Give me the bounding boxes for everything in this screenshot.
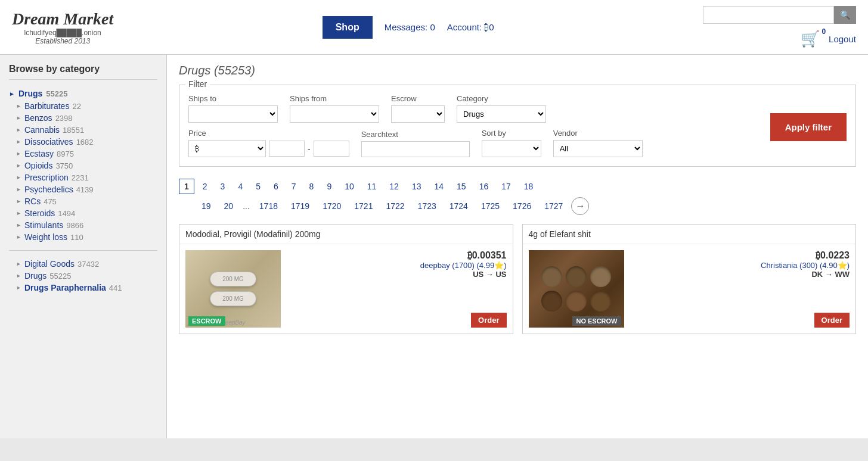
sub-label: Weight loss <box>24 232 67 242</box>
page-link-1724[interactable]: 1724 <box>445 199 473 213</box>
sort-by-select[interactable] <box>482 140 541 157</box>
page-link-10[interactable]: 10 <box>340 179 359 194</box>
category-group: Category Drugs <box>457 94 546 123</box>
page-link-4[interactable]: 4 <box>233 179 247 194</box>
page-link-18[interactable]: 18 <box>519 179 538 194</box>
page-link-1722[interactable]: 1722 <box>381 199 409 213</box>
sub-bullet: ► <box>16 115 21 121</box>
sub-count: 9866 <box>66 221 83 230</box>
price-separator: - <box>308 144 311 154</box>
search-input[interactable] <box>703 6 834 24</box>
bottom-count: 55225 <box>49 272 71 281</box>
sub-label: Prescription <box>24 173 69 182</box>
sidebar-item-barbiturates[interactable]: ► Barbiturates 22 <box>9 100 157 112</box>
product-price: ₿0.0223 <box>630 250 850 261</box>
ships-to-select[interactable] <box>188 105 278 123</box>
sidebar-item-rcs[interactable]: ► RCs 475 <box>9 195 157 207</box>
sub-label: Ecstasy <box>24 149 54 158</box>
shop-button[interactable]: Shop <box>323 16 373 39</box>
page-link-5[interactable]: 5 <box>251 179 265 194</box>
page-link-15[interactable]: 15 <box>452 179 471 194</box>
price-min-input[interactable] <box>269 141 305 157</box>
pagination-row1: 123456789101112131415161718 <box>179 179 856 194</box>
bottom-bullet: ► <box>16 273 21 279</box>
page-link-1719[interactable]: 1719 <box>286 199 314 213</box>
bottom-bullet: ► <box>16 285 21 291</box>
sidebar-bottom-item-1[interactable]: ► Drugs 55225 <box>9 270 157 282</box>
apply-filter-button[interactable]: Apply filter <box>770 113 847 141</box>
order-button[interactable]: Order <box>471 313 506 328</box>
sort-by-label: Sort by <box>482 129 541 138</box>
ships-from-select[interactable] <box>290 105 379 123</box>
page-link-1720[interactable]: 1720 <box>318 199 346 213</box>
sub-label: Benzos <box>24 113 52 123</box>
cart-logout-area: 🛒 0 Logout <box>801 30 856 48</box>
ships-from-label: Ships from <box>290 94 379 103</box>
sub-bullet: ► <box>16 151 21 157</box>
sub-bullet: ► <box>16 222 21 228</box>
searchtext-label: Searchtext <box>361 130 470 139</box>
sidebar-item-steroids[interactable]: ► Steroids 1494 <box>9 207 157 219</box>
sub-bullet: ► <box>16 127 21 133</box>
sub-bullet: ► <box>16 234 21 240</box>
sidebar-item-psychedelics[interactable]: ► Psychedelics 4139 <box>9 183 157 195</box>
sidebar-item-prescription[interactable]: ► Prescription 2231 <box>9 172 157 183</box>
page-link-11[interactable]: 11 <box>362 179 382 194</box>
bottom-label: Drugs Paraphernalia <box>24 283 106 292</box>
sidebar-item-dissociatives[interactable]: ► Dissociatives 1682 <box>9 136 157 148</box>
page-link-12[interactable]: 12 <box>385 179 404 194</box>
category-select[interactable]: Drugs <box>457 105 546 123</box>
logo-title: Dream Market <box>12 10 113 29</box>
filter-box: Filter Ships to Ships from <box>179 85 856 167</box>
page-link-1721[interactable]: 1721 <box>349 199 377 213</box>
order-button[interactable]: Order <box>814 313 850 328</box>
price-currency-select[interactable]: ₿ <box>188 140 266 157</box>
page-link-9[interactable]: 9 <box>322 179 336 194</box>
price-inputs: ₿ - <box>188 140 349 157</box>
page-link-20[interactable]: 20 <box>219 199 238 213</box>
page-link-17[interactable]: 17 <box>497 179 516 194</box>
sidebar-item-stimulants[interactable]: ► Stimulants 9866 <box>9 219 157 231</box>
sidebar-item-cannabis[interactable]: ► Cannabis 18551 <box>9 124 157 136</box>
page-link-1723[interactable]: 1723 <box>413 199 441 213</box>
page-link-8[interactable]: 8 <box>305 179 319 194</box>
price-max-input[interactable] <box>314 141 349 157</box>
pagination-next-arrow[interactable]: → <box>571 197 589 215</box>
sidebar-item-weight-loss[interactable]: ► Weight loss 110 <box>9 231 157 243</box>
page-link-7[interactable]: 7 <box>287 179 301 194</box>
account-link[interactable]: Account: ₿0 <box>447 22 494 32</box>
filter-row1: Ships to Ships from Escrow <box>188 94 758 123</box>
page-link-14[interactable]: 14 <box>429 179 448 194</box>
sub-count: 110 <box>70 233 83 242</box>
page-link-1718[interactable]: 1718 <box>255 199 283 213</box>
page-link-1726[interactable]: 1726 <box>508 199 536 213</box>
sidebar-bottom-item-2[interactable]: ► Drugs Paraphernalia 441 <box>9 282 157 294</box>
page-link-2[interactable]: 2 <box>198 179 212 194</box>
sub-label: Psychedelics <box>24 185 73 194</box>
page-link-19[interactable]: 19 <box>197 199 216 213</box>
vendor-select[interactable]: All <box>553 140 643 157</box>
sidebar-item-drugs-main[interactable]: ► Drugs 55225 <box>9 87 157 100</box>
bottom-label: Digital Goods <box>24 259 75 269</box>
search-button[interactable]: 🔍 <box>834 6 856 24</box>
page-link-6[interactable]: 6 <box>269 179 283 194</box>
escrow-select[interactable] <box>391 105 445 123</box>
page-link-1[interactable]: 1 <box>179 179 194 194</box>
ships-to-group: Ships to <box>188 94 278 123</box>
searchtext-input[interactable] <box>361 141 470 157</box>
logout-link[interactable]: Logout <box>829 34 856 44</box>
page-link-13[interactable]: 13 <box>407 179 426 194</box>
sub-count: 22 <box>72 102 80 111</box>
product-vendor: Christiania (300) (4.90⭐) <box>630 261 850 270</box>
sidebar-item-ecstasy[interactable]: ► Ecstasy 8975 <box>9 148 157 160</box>
page-link-3[interactable]: 3 <box>216 179 230 194</box>
cart-icon-wrapper[interactable]: 🛒 0 <box>801 30 820 48</box>
sidebar-item-opioids[interactable]: ► Opioids 3750 <box>9 160 157 172</box>
sidebar-item-benzos[interactable]: ► Benzos 2398 <box>9 112 157 124</box>
page-link-1727[interactable]: 1727 <box>540 199 568 213</box>
messages-link[interactable]: Messages: 0 <box>385 22 435 32</box>
sidebar-bottom-item-0[interactable]: ► Digital Goods 37432 <box>9 258 157 270</box>
escrow-group: Escrow <box>391 94 445 123</box>
page-link-1725[interactable]: 1725 <box>476 199 504 213</box>
page-link-16[interactable]: 16 <box>475 179 494 194</box>
